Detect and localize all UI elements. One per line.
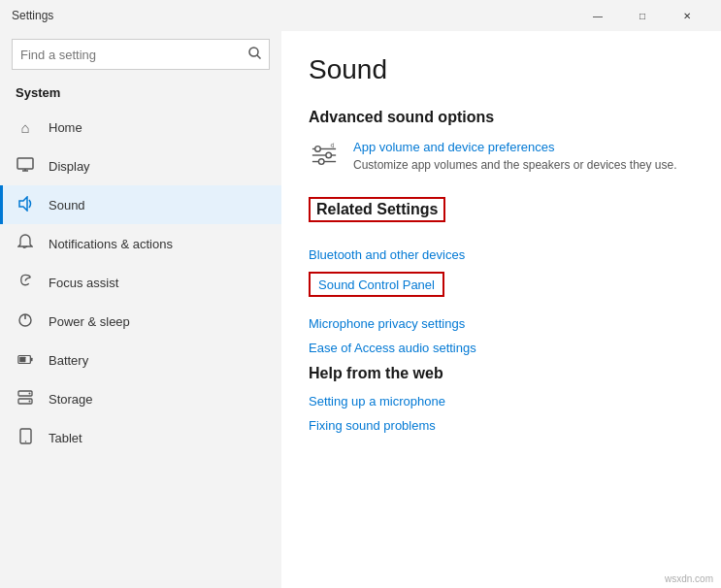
svg-rect-10: [19, 356, 25, 361]
notifications-icon: [16, 234, 35, 253]
sidebar-item-label-battery: Battery: [49, 353, 88, 368]
svg-point-16: [24, 441, 26, 442]
svg-line-1: [257, 55, 261, 59]
close-button[interactable]: ✕: [665, 0, 709, 31]
watermark: wsxdn.com: [665, 573, 713, 584]
sidebar-item-label-sound: Sound: [49, 198, 85, 212]
sidebar-item-home[interactable]: Home: [0, 108, 281, 147]
related-settings-title: Related Settings: [316, 201, 438, 217]
sidebar-item-battery[interactable]: Battery: [0, 341, 281, 379]
advanced-section-title: Advanced sound options: [309, 109, 694, 126]
bluetooth-link[interactable]: Bluetooth and other devices: [309, 247, 694, 262]
sidebar-item-display[interactable]: Display: [0, 147, 281, 185]
microphone-link[interactable]: Microphone privacy settings: [309, 316, 694, 331]
svg-point-20: [315, 147, 321, 152]
sidebar-section-label: System: [0, 82, 281, 108]
sound-control-panel-link[interactable]: Sound Control Panel: [318, 278, 435, 292]
svg-point-21: [326, 152, 332, 158]
search-input[interactable]: [20, 48, 248, 62]
sidebar-item-tablet[interactable]: Tablet: [0, 418, 281, 457]
minimize-button[interactable]: —: [575, 0, 620, 31]
svg-point-14: [29, 401, 31, 403]
battery-icon: [16, 352, 35, 369]
sound-control-panel-box: Sound Control Panel: [309, 272, 444, 297]
help-section: Help from the web Setting up a microphon…: [309, 365, 694, 433]
sidebar-item-label-display: Display: [49, 159, 90, 174]
app-container: System Home Display Sound: [0, 31, 721, 588]
sidebar-item-label-focus: Focus assist: [49, 276, 118, 290]
home-icon: [16, 119, 35, 136]
sidebar-item-label-notifications: Notifications & actions: [49, 237, 173, 251]
tablet-icon: [16, 428, 35, 447]
svg-marker-23: [331, 144, 333, 147]
app-volume-desc: Customize app volumes and the speakers o…: [353, 157, 677, 174]
main-content: Sound Advanced sound options App volum: [281, 31, 721, 588]
svg-point-22: [318, 159, 324, 165]
app-volume-icon: [309, 140, 340, 171]
sidebar-item-label-storage: Storage: [49, 392, 93, 407]
sidebar-item-label-power: Power & sleep: [49, 314, 130, 329]
sidebar-item-label-home: Home: [49, 120, 82, 135]
sidebar: System Home Display Sound: [0, 31, 281, 588]
power-icon: [16, 311, 35, 331]
svg-rect-2: [17, 158, 33, 169]
svg-point-13: [29, 393, 31, 395]
page-title: Sound: [309, 54, 694, 85]
storage-icon: [16, 389, 35, 408]
svg-point-0: [249, 48, 258, 56]
search-icon: [248, 47, 261, 62]
svg-marker-5: [19, 197, 27, 211]
sidebar-item-focus[interactable]: Focus assist: [0, 263, 281, 302]
sidebar-item-label-tablet: Tablet: [49, 431, 82, 445]
search-box[interactable]: [12, 39, 270, 70]
maximize-button[interactable]: □: [620, 0, 665, 31]
help-section-title: Help from the web: [309, 365, 694, 382]
focus-icon: [16, 273, 35, 292]
adv-text: App volume and device preferences Custom…: [353, 138, 677, 174]
sidebar-item-power[interactable]: Power & sleep: [0, 302, 281, 341]
ease-of-access-link[interactable]: Ease of Access audio settings: [309, 341, 694, 355]
display-icon: [16, 157, 35, 176]
title-bar-controls: — □ ✕: [575, 0, 709, 31]
sound-icon: [16, 196, 35, 214]
setup-microphone-link[interactable]: Setting up a microphone: [309, 394, 694, 408]
fix-sound-link[interactable]: Fixing sound problems: [309, 418, 694, 433]
app-volume-link[interactable]: App volume and device preferences: [353, 140, 554, 154]
sidebar-item-storage[interactable]: Storage: [0, 379, 281, 418]
title-bar: Settings — □ ✕: [0, 0, 721, 31]
sidebar-item-sound[interactable]: Sound: [0, 185, 281, 224]
svg-rect-9: [31, 357, 33, 361]
advanced-option: App volume and device preferences Custom…: [309, 138, 694, 174]
sidebar-item-notifications[interactable]: Notifications & actions: [0, 224, 281, 263]
related-settings-header-box: Related Settings: [309, 197, 445, 222]
title-bar-title: Settings: [12, 9, 53, 22]
